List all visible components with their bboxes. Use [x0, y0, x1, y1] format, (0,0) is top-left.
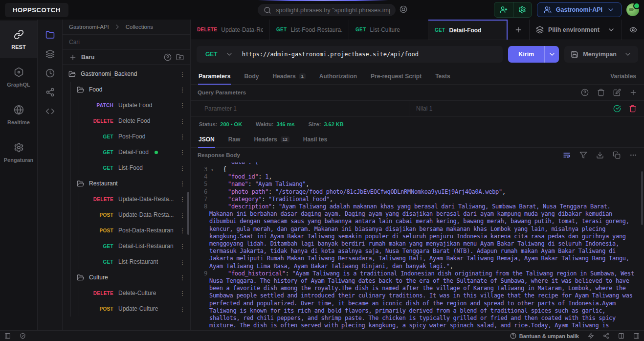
parameter-drag-handle[interactable]: [191, 101, 204, 116]
section-tab-parameters[interactable]: Parameters: [192, 68, 237, 84]
new-collection-button[interactable]: Baru: [81, 54, 94, 61]
request-item[interactable]: GETList-Food⋮: [79, 160, 190, 176]
method-selector[interactable]: GET: [197, 50, 242, 58]
collection-folder[interactable]: Restaurant⋮: [71, 176, 190, 191]
spotlight-search[interactable]: spotlight.phrases.try "spotlight.phrases…: [258, 4, 396, 16]
request-item[interactable]: PATCHUpdate Food⋮: [79, 97, 190, 113]
request-tab[interactable]: GETList-Culture: [349, 20, 428, 40]
clear-all-icon[interactable]: [597, 89, 605, 96]
panel-nav-environments[interactable]: [38, 45, 63, 64]
request-tab[interactable]: DELETEUpdate-Data-Re...: [191, 20, 270, 40]
sidebar-item-rest[interactable]: REST: [0, 21, 37, 58]
more-options-icon[interactable]: ⋮: [178, 243, 186, 250]
sidebar-item-pengaturan[interactable]: Pengaturan: [0, 134, 37, 171]
response-body-code[interactable]: "data": [ 3▾{4"food_id": 1,5"name": "Aya…: [191, 162, 644, 330]
panel-nav-collections[interactable]: [38, 25, 63, 45]
request-item[interactable]: POSTUpdate-Data-Resta...⋮: [79, 207, 190, 223]
fold-caret-icon[interactable]: ▾: [211, 166, 213, 174]
more-options-icon[interactable]: ⋮: [178, 180, 186, 187]
save-button-group[interactable]: Menyimpan: [564, 46, 638, 63]
url-input[interactable]: https://admin-gastronomi.projectbase.sit…: [242, 51, 419, 58]
more-options-icon[interactable]: ⋮: [178, 274, 186, 281]
variables-tab[interactable]: Variables: [603, 73, 643, 80]
section-tab-body[interactable]: Body: [237, 68, 266, 84]
shortcuts-icon[interactable]: [588, 333, 594, 339]
more-options-icon[interactable]: [629, 151, 637, 159]
interceptor-icon[interactable]: [20, 333, 26, 339]
toggle-sidebar-icon[interactable]: [4, 333, 11, 339]
request-item[interactable]: GETDetail-List-Restaurant⋮: [79, 238, 190, 254]
download-response-icon[interactable]: [596, 151, 604, 159]
section-tab-hasil-tes[interactable]: Hasil tes: [296, 132, 334, 147]
more-options-icon[interactable]: ⋮: [178, 305, 186, 313]
collection-folder[interactable]: Food⋮: [71, 82, 190, 97]
section-tab-authorization[interactable]: Authorization: [312, 68, 364, 84]
more-options-icon[interactable]: ⋮: [178, 117, 186, 125]
toggle-right-panel-icon[interactable]: [633, 333, 640, 339]
help-feedback-button[interactable]: Bantuan & umpan balik: [510, 333, 579, 339]
more-options-icon[interactable]: ⋮: [178, 258, 186, 266]
delete-parameter-icon[interactable]: [629, 105, 637, 113]
request-tab[interactable]: GETList-Food-Restaura...: [270, 20, 349, 40]
more-options-icon[interactable]: ⋮: [178, 164, 186, 172]
request-item[interactable]: DELETEDelete Food⋮: [79, 113, 190, 129]
column-layout-icon[interactable]: [618, 333, 624, 339]
request-item[interactable]: GETDetail-Food⋮: [79, 144, 190, 160]
request-item[interactable]: DELETEDelete-Culture⋮: [79, 285, 190, 301]
response-scrollbar[interactable]: [641, 171, 643, 225]
send-options-button[interactable]: [544, 46, 559, 63]
more-options-icon[interactable]: ⋮: [178, 102, 186, 109]
request-item[interactable]: GETPost-Food⋮: [79, 129, 190, 144]
more-options-icon[interactable]: ⋮: [178, 70, 186, 78]
sidebar-item-graphql[interactable]: GraphQL: [0, 58, 37, 96]
collection-folder[interactable]: Gastronomi_Backend⋮: [63, 66, 190, 82]
help-icon[interactable]: [581, 89, 589, 96]
bulk-edit-icon[interactable]: [613, 89, 621, 96]
toggle-parameter-icon[interactable]: [613, 105, 621, 113]
workspace-settings-button[interactable]: [513, 2, 532, 17]
request-item[interactable]: POSTUpdate-Culture⋮: [79, 301, 190, 317]
collections-search-input[interactable]: [69, 39, 184, 45]
section-tab-raw[interactable]: Raw: [222, 132, 247, 147]
wrap-lines-icon[interactable]: [563, 151, 571, 159]
section-tab-json[interactable]: JSON: [192, 132, 222, 147]
more-options-icon[interactable]: ⋮: [178, 211, 186, 219]
copy-response-icon[interactable]: [613, 151, 621, 159]
filter-response-icon[interactable]: [579, 151, 587, 159]
new-tab-button[interactable]: [508, 20, 529, 40]
user-avatar[interactable]: [626, 3, 639, 16]
parameter-key-input[interactable]: [204, 105, 409, 112]
request-item[interactable]: DELETEUpdate-Data-Resta...⋮: [79, 191, 190, 207]
collections-scrollbar[interactable]: [187, 192, 189, 235]
save-options-button[interactable]: [624, 50, 632, 58]
request-tab[interactable]: GETDetail-Food: [428, 20, 508, 40]
section-tab-tests[interactable]: Tests: [428, 68, 457, 84]
add-parameter-icon[interactable]: [629, 89, 637, 96]
more-options-icon[interactable]: ⋮: [178, 196, 186, 203]
share-icon[interactable]: [603, 333, 609, 339]
support-icon[interactable]: [400, 5, 407, 13]
more-options-icon[interactable]: ⋮: [178, 290, 186, 297]
environment-quick-peek-button[interactable]: [622, 20, 644, 40]
request-item[interactable]: GETList-Restaurant⋮: [79, 254, 190, 270]
section-tab-pre-request-script[interactable]: Pre-request Script: [364, 68, 428, 84]
invite-user-button[interactable]: [494, 2, 513, 17]
import-collection-icon[interactable]: [176, 53, 184, 61]
panel-nav-history[interactable]: [38, 64, 63, 83]
parameter-value-input[interactable]: [416, 105, 599, 112]
more-options-icon[interactable]: ⋮: [178, 133, 186, 140]
environment-selector[interactable]: Pilih environment: [529, 20, 622, 40]
more-options-icon[interactable]: ⋮: [178, 227, 186, 234]
section-tab-headers[interactable]: Headers1: [266, 68, 312, 84]
panel-nav-share[interactable]: [38, 83, 63, 102]
send-button[interactable]: Kirim: [508, 46, 544, 63]
sidebar-item-realtime[interactable]: Realtime: [0, 96, 37, 134]
panel-nav-generate-code[interactable]: [38, 102, 63, 121]
workspace-selector[interactable]: Gastronomi-API: [537, 2, 622, 17]
more-options-icon[interactable]: ⋮: [178, 86, 186, 93]
more-options-icon[interactable]: ⋮: [178, 149, 186, 156]
breadcrumb-workspace[interactable]: Gastronomi-API: [69, 24, 109, 30]
collection-folder[interactable]: Culture⋮: [71, 270, 190, 285]
help-icon[interactable]: [164, 53, 172, 61]
section-tab-headers[interactable]: Headers12: [247, 132, 296, 147]
